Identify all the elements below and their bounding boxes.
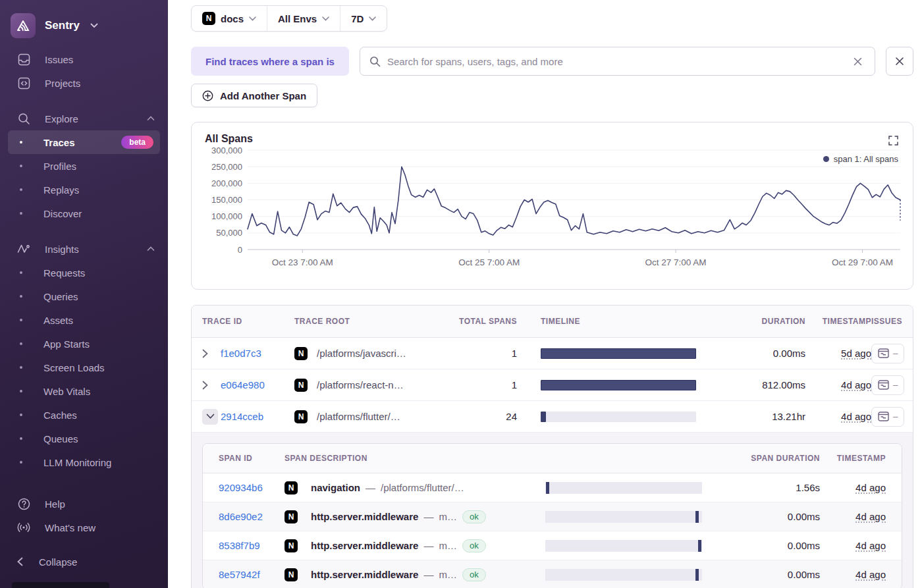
span-count-line	[248, 167, 900, 236]
sidebar-item-queries[interactable]: Queries	[8, 284, 160, 308]
find-traces-pill[interactable]: Find traces where a span is	[191, 47, 349, 76]
plus-circle-icon	[202, 90, 213, 101]
timeline-bar[interactable]	[541, 348, 696, 359]
environment-filter[interactable]: All Envs	[267, 6, 340, 31]
trace-row: 2914ccebN/platforms/flutter/…2413.21hr4d…	[192, 401, 913, 433]
span-id-link[interactable]: 8e57942f	[219, 569, 285, 580]
sidebar-item-label: Traces	[43, 137, 75, 148]
trace-id-link[interactable]: f1e0d7c3	[221, 348, 294, 359]
col-span-timestamp: TIMESTAMP	[820, 454, 886, 463]
chevron-down-icon	[369, 16, 376, 21]
sidebar-item-web-vitals[interactable]: Web Vitals	[8, 379, 160, 403]
trace-id-link[interactable]: 2914cceb	[221, 411, 294, 422]
sidebar-item-queues[interactable]: Queues	[8, 427, 160, 450]
bullet-icon	[20, 437, 22, 440]
chart-canvas[interactable]: 050,000100,000150,000200,000250,000300,0…	[205, 145, 901, 274]
sidebar-item-profiles[interactable]: Profiles	[8, 154, 160, 178]
span-status-badge: ok	[462, 539, 486, 552]
timeline-bar-fill	[541, 380, 696, 390]
col-span-duration: SPAN DURATION	[702, 454, 820, 463]
span-timeline-bar[interactable]	[545, 569, 702, 581]
trace-id-link[interactable]: e064e980	[221, 379, 294, 390]
sidebar-item-replays[interactable]: Replays	[8, 178, 160, 201]
sidebar-item-llm-monitoring[interactable]: LLM Monitoring	[8, 450, 160, 474]
issues-cell: –	[871, 344, 904, 363]
bullet-icon	[20, 366, 22, 369]
main-content: N docs All Envs 7D Find traces where a s…	[168, 0, 922, 588]
clear-search-button[interactable]	[850, 54, 865, 69]
issues-button[interactable]: –	[871, 375, 904, 395]
span-status-badge: ok	[462, 510, 486, 523]
span-id-link[interactable]: 8d6e90e2	[219, 511, 285, 522]
expand-trace-button[interactable]	[202, 349, 221, 358]
span-duration-value: 1.56s	[702, 482, 820, 493]
sidebar-item-what-s-new[interactable]: What's new	[0, 516, 168, 539]
span-id-link[interactable]: 8538f7b9	[219, 540, 285, 551]
bullet-icon	[20, 390, 22, 392]
sidebar-item-label: Profiles	[43, 161, 76, 172]
sidebar-item-discover[interactable]: Discover	[8, 201, 160, 225]
remove-span-filter-button[interactable]	[886, 47, 913, 76]
timeline-bar[interactable]	[541, 380, 696, 390]
chevron-down-icon	[322, 16, 329, 21]
span-description-text: m…	[439, 569, 457, 580]
org-switcher[interactable]: Sentry	[0, 9, 168, 47]
sidebar-item-assets[interactable]: Assets	[8, 308, 160, 332]
issues-button[interactable]: –	[871, 407, 904, 427]
add-another-span-button[interactable]: Add Another Span	[191, 84, 317, 107]
all-spans-chart: 050,000100,000150,000200,000250,000300,0…	[205, 145, 900, 274]
sidebar-item-projects[interactable]: Projects	[0, 71, 168, 95]
span-timeline-tick	[546, 482, 549, 494]
span-status-badge: ok	[462, 568, 486, 581]
col-total-spans: TOTAL SPANS	[459, 317, 517, 326]
date-range-filter[interactable]: 7D	[340, 6, 387, 31]
span-timestamp-value[interactable]: 4d ago	[855, 511, 886, 522]
cutoff-element	[12, 582, 109, 588]
sidebar-item-label: Discover	[43, 208, 82, 219]
issues-cell: –	[871, 407, 904, 427]
chart-legend[interactable]: span 1: All spans	[819, 154, 898, 164]
collapse-trace-button[interactable]	[202, 409, 218, 425]
sidebar-item-requests[interactable]: Requests	[8, 261, 160, 284]
expand-trace-button[interactable]	[202, 381, 221, 390]
project-filter[interactable]: N docs	[192, 6, 267, 31]
insights-icon	[17, 244, 30, 254]
span-timestamp-value[interactable]: 4d ago	[855, 569, 886, 580]
sidebar-section-insights[interactable]: Insights	[0, 237, 168, 261]
issues-button[interactable]: –	[871, 344, 904, 363]
span-timestamp-value[interactable]: 4d ago	[855, 540, 886, 551]
span-timeline-bar[interactable]	[545, 482, 702, 494]
sidebar-item-screen-loads[interactable]: Screen Loads	[8, 356, 160, 379]
nextjs-project-icon: N	[294, 410, 308, 423]
collapse-label: Collapse	[39, 556, 77, 568]
project-filter-value: docs	[221, 13, 244, 24]
timestamp-value[interactable]: 4d ago	[841, 411, 871, 422]
timeline-bar[interactable]	[541, 412, 696, 422]
close-icon	[894, 56, 905, 67]
sidebar-item-help[interactable]: Help	[0, 492, 168, 516]
trace-root-text: /platforms/flutter/…	[317, 411, 400, 422]
bullet-icon	[20, 295, 22, 298]
timestamp-value[interactable]: 4d ago	[841, 379, 871, 390]
sidebar: Sentry IssuesProjectsExploreTracesbetaPr…	[0, 0, 168, 588]
sidebar-section-explore[interactable]: Explore	[0, 107, 168, 130]
span-description-cell: http.server.middleware—m…ok	[311, 510, 545, 523]
sidebar-item-app-starts[interactable]: App Starts	[8, 332, 160, 356]
sidebar-collapse-button[interactable]: Collapse	[0, 548, 168, 575]
sidebar-item-label: Screen Loads	[43, 362, 105, 373]
span-timeline-bar[interactable]	[545, 540, 702, 552]
span-avatar-cell: N	[285, 568, 311, 581]
expand-chart-button[interactable]	[888, 136, 898, 146]
sidebar-item-caches[interactable]: Caches	[8, 403, 160, 427]
span-id-link[interactable]: 920934b6	[219, 482, 285, 493]
span-timestamp-value[interactable]: 4d ago	[855, 482, 886, 493]
search-input[interactable]	[387, 56, 844, 67]
sidebar-item-issues[interactable]: Issues	[0, 47, 168, 71]
nextjs-project-icon: N	[294, 379, 308, 392]
sidebar-item-label: Caches	[43, 410, 77, 421]
timestamp-value[interactable]: 5d ago	[841, 348, 871, 359]
span-timeline-bar[interactable]	[545, 511, 702, 523]
sidebar-item-traces[interactable]: Tracesbeta	[8, 130, 160, 154]
duration-value: 0.00ms	[696, 348, 805, 359]
chevron-down-icon	[90, 23, 98, 28]
